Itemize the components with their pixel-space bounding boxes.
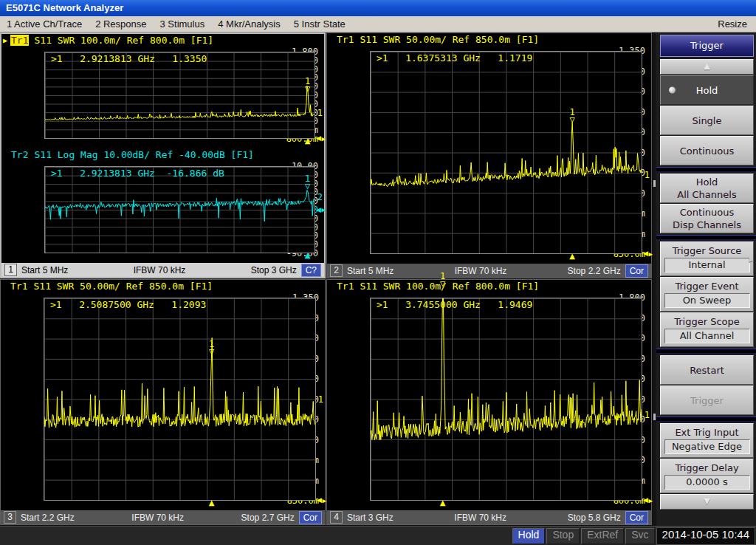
softkey-trigger-delay[interactable]: Trigger Delay0.0000 s xyxy=(660,459,754,493)
softkey-value: Internal xyxy=(664,258,750,272)
softkey-separator xyxy=(656,417,756,422)
marker-triangle-icon: ▽ xyxy=(305,85,310,92)
trace-name: Tr1 xyxy=(336,34,354,45)
ref-level-arrow-icon: ▶ xyxy=(322,135,326,143)
plot-area-channel3[interactable]: >1 2.5087500 GHz 1.20931▽1▲◀ xyxy=(44,298,316,501)
marker-flag: 1▽ xyxy=(305,78,310,92)
softkey-trigger-source[interactable]: Trigger SourceInternal▸ xyxy=(660,241,754,276)
softkey-separator xyxy=(656,349,756,354)
softkey-continuous-disp-channels[interactable]: ContinuousDisp Channels xyxy=(660,204,754,233)
trace-header[interactable]: Tr1S11 SWR 50.00m/ Ref 850.0m [F1] xyxy=(327,33,651,46)
stop-frequency: Stop 5.8 GHz xyxy=(568,513,621,523)
trace-header[interactable]: ▶Tr1S11 SWR 100.0m/ Ref 800.0m [F1] xyxy=(1,34,324,47)
menu-item-4[interactable]: 4 Mkr/Analysis xyxy=(211,16,287,32)
scroll-tick-icon xyxy=(653,414,656,420)
menu-resize[interactable]: Resize xyxy=(709,18,756,30)
plot-area-channel1[interactable]: >1 2.9213813 GHz -16.866 dB1▽2▲◀ xyxy=(44,166,315,253)
menu-item-5[interactable]: 5 Instr State xyxy=(287,16,352,32)
marker-triangle-icon: ▽ xyxy=(440,280,445,287)
channel-3-window[interactable]: Tr1S11 SWR 50.00m/ Ref 850.0m [F1]1.3501… xyxy=(0,279,326,525)
trace-name: Tr1 xyxy=(10,35,29,46)
channel-number: 1 xyxy=(4,264,17,276)
softkey-label: Ext Trig Input xyxy=(675,427,738,438)
start-frequency: Start 5 MHz xyxy=(347,266,394,276)
softkey-value: Negative Edge xyxy=(664,439,750,454)
softkey-label: Disp Channels xyxy=(673,219,741,230)
softkey-ext-trig-input[interactable]: Ext Trig InputNegative Edge xyxy=(660,423,754,458)
trace-header[interactable]: Tr2S11 Log Mag 10.00dB/ Ref -40.00dB [F1… xyxy=(1,148,324,161)
softkey-restart[interactable]: Restart xyxy=(660,355,754,385)
start-frequency: Start 2.2 GHz xyxy=(21,513,75,523)
ifbw-label: IFBW 70 kHz xyxy=(131,513,184,523)
title-bar: E5071C Network Analyzer xyxy=(0,0,756,16)
start-frequency: Start 5 MHz xyxy=(21,265,68,275)
trace-number-indicator: 2 xyxy=(317,192,323,202)
marker-readout: >1 2.9213813 GHz 1.3350 xyxy=(51,53,207,64)
trace-number-indicator: 1 xyxy=(645,410,650,420)
channel-status-bar: 1Start 5 MHzIFBW 70 kHzStop 3 GHzC? xyxy=(1,263,324,277)
softkey-label: Restart xyxy=(690,365,724,376)
ref-level-arrow-icon: ◀ xyxy=(316,206,321,213)
trace-polyline xyxy=(371,298,642,500)
softkey-scroll-down-button[interactable]: ▼ xyxy=(660,494,754,510)
menu-item-2[interactable]: 2 Response xyxy=(89,16,153,32)
marker-stimulus-icon: ▲ xyxy=(305,137,311,145)
trace-section: ▶Tr1S11 SWR 100.0m/ Ref 800.0m [F1]1.800… xyxy=(1,34,324,148)
marker-stimulus-icon: ▲ xyxy=(569,252,575,260)
trace-section: Tr1S11 SWR 100.0m/ Ref 800.0m [F1]1.8001… xyxy=(327,280,651,510)
ref-level-arrow-icon: ◀ xyxy=(643,250,648,257)
channel-status-bar: 3Start 2.2 GHzIFBW 70 kHzStop 2.7 GHzCor xyxy=(1,510,325,524)
softkey-trigger-scope[interactable]: Trigger ScopeAll Channel xyxy=(660,312,754,347)
softkey-value: 0.0000 s xyxy=(664,475,750,490)
marker-triangle-icon: ▽ xyxy=(305,182,310,190)
softkey-menu-title: Trigger xyxy=(660,35,754,57)
marker-stimulus-icon: ▲ xyxy=(440,498,446,507)
channel-2-window[interactable]: Tr1S11 SWR 50.00m/ Ref 850.0m [F1]1.3501… xyxy=(326,32,652,278)
stop-frequency: Stop 3 GHz xyxy=(251,265,297,275)
stop-frequency: Stop 2.2 GHz xyxy=(568,266,621,276)
trace-polyline xyxy=(44,298,315,500)
marker-stimulus-icon: ▲ xyxy=(209,498,215,507)
softkey-label: Trigger Source xyxy=(673,245,742,256)
start-frequency: Start 3 GHz xyxy=(347,513,394,523)
softkey-hold-all-channels[interactable]: HoldAll Channels xyxy=(660,174,754,203)
trace-section: Tr1S11 SWR 50.00m/ Ref 850.0m [F1]1.3501… xyxy=(327,33,651,264)
softkey-hold[interactable]: Hold xyxy=(660,75,754,105)
trace-section: Tr1S11 SWR 50.00m/ Ref 850.0m [F1]1.3501… xyxy=(1,280,325,510)
marker-readout: >1 1.6375313 GHz 1.1719 xyxy=(377,52,532,64)
menu-item-1[interactable]: 1 Active Ch/Trace xyxy=(0,16,89,32)
softkey-continuous[interactable]: Continuous xyxy=(660,136,754,165)
softkey-separator xyxy=(656,167,756,172)
plot-area-channel2[interactable]: >1 1.6375313 GHz 1.17191▽1▲◀ xyxy=(370,51,642,254)
trace-format-label: S11 SWR 50.00m/ Ref 850.0m [F1] xyxy=(360,34,539,45)
ref-level-arrow-icon: ◀ xyxy=(643,496,648,504)
stop-frequency: Stop 2.7 GHz xyxy=(241,513,295,523)
marker-stimulus-icon: ▲ xyxy=(305,251,311,259)
plot-area-channel1[interactable]: >1 2.9213813 GHz 1.33501▽1▲◀ xyxy=(44,52,315,139)
trace-header[interactable]: Tr1S11 SWR 100.0m/ Ref 800.0m [F1] xyxy=(327,280,651,292)
ifbw-label: IFBW 70 kHz xyxy=(455,266,507,276)
menu-item-3[interactable]: 3 Stimulus xyxy=(154,16,212,32)
marker-triangle-icon: ▽ xyxy=(569,116,574,123)
channel-1-window[interactable]: ▶Tr1S11 SWR 100.0m/ Ref 800.0m [F1]1.800… xyxy=(0,32,326,278)
menu-bar: 1 Active Ch/Trace2 Response3 Stimulus4 M… xyxy=(0,16,756,32)
trace-number-indicator: 1 xyxy=(317,108,323,118)
calibration-badge: Cor xyxy=(625,264,648,278)
softkey-scroll-up-button[interactable]: ▲ xyxy=(660,59,754,75)
clock: 2014-10-05 10:44 xyxy=(656,527,755,545)
softkey-label: Hold xyxy=(696,176,718,188)
softkey-label: Continuous xyxy=(680,145,734,157)
trace-name: Tr2 xyxy=(10,149,29,160)
softkey-value: All Channel xyxy=(664,329,750,343)
marker-flag: 1▽ xyxy=(440,272,445,287)
softkey-separator xyxy=(656,235,756,240)
softkey-single[interactable]: Single xyxy=(660,106,754,135)
marker-triangle-icon: ▽ xyxy=(209,348,214,355)
scroll-tick-icon xyxy=(653,180,656,187)
trace-header[interactable]: Tr1S11 SWR 50.00m/ Ref 850.0m [F1] xyxy=(1,280,325,292)
plot-area-channel4[interactable]: >1 3.7455000 GHz 1.94691▽1▲◀ xyxy=(370,298,642,501)
marker-flag: 1▽ xyxy=(305,175,310,190)
channel-4-window[interactable]: Tr1S11 SWR 100.0m/ Ref 800.0m [F1]1.8001… xyxy=(326,279,652,525)
graph-channel1-trace2: 10.000.000-10.00-20.00-30.00-40.00▶-50.0… xyxy=(1,161,324,263)
softkey-trigger-event[interactable]: Trigger EventOn Sweep xyxy=(660,277,754,312)
